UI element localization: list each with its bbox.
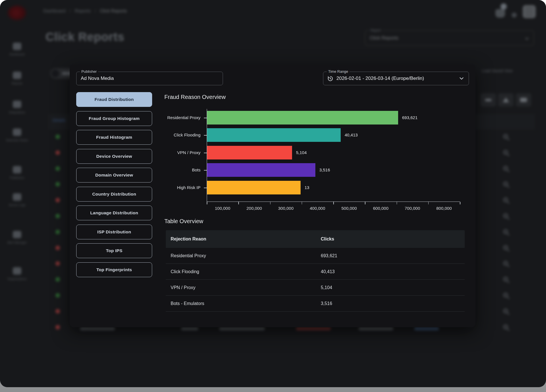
category-label-bots: Bots — [164, 167, 204, 173]
table-cell-clicks: 693,621 — [321, 253, 465, 258]
table-row: Residential Proxy693,621 — [166, 248, 465, 264]
table-cell-reason: Click Flooding — [166, 269, 321, 274]
fraud-reason-bar-chart: 693,62140,4135,1043,51613 — [207, 109, 460, 202]
bar-value-label: 3,516 — [319, 167, 330, 173]
time-range-field-label: Time Range — [327, 69, 349, 74]
category-label-vpn-proxy: VPN / Proxy — [164, 150, 204, 155]
category-label-high-risk-ip: High Risk IP — [164, 185, 204, 190]
modal-nav-language-distribution[interactable]: Language Distribution — [76, 206, 152, 220]
table-title: Table Overview — [164, 218, 203, 225]
modal-nav-top-ips[interactable]: Top IPS — [76, 243, 152, 258]
history-clock-icon — [327, 75, 334, 82]
chart-title: Fraud Reason Overview — [164, 94, 226, 100]
publisher-field-value: Ad Nova Media — [76, 72, 223, 85]
x-axis-tick — [460, 202, 460, 204]
category-tick — [204, 188, 207, 188]
bar-value-label: 13 — [305, 185, 309, 190]
x-tick-label: 600,000 — [365, 206, 396, 211]
x-axis-tick — [302, 202, 302, 204]
modal-nav-isp-distribution[interactable]: ISP Distribution — [76, 225, 152, 239]
chart-bar-high-risk-ip — [207, 181, 301, 194]
table-cell-reason: Bots - Emulators — [166, 301, 321, 306]
x-axis-tick — [397, 202, 397, 204]
chart-bar-bots — [207, 163, 315, 177]
time-range-field[interactable]: Time Range 2026-02-01 - 2026-03-14 (Euro… — [323, 72, 469, 85]
x-tick-label: 200,000 — [238, 206, 270, 211]
chart-bar-vpn-proxy — [207, 146, 292, 159]
modal-nav-fraud-group-histogram[interactable]: Fraud Group Histogram — [76, 111, 152, 126]
time-range-field-value: 2026-02-01 - 2026-03-14 (Europe/Berlin) — [336, 72, 424, 85]
table-cell-clicks: 40,413 — [321, 269, 465, 274]
category-label-click-flooding: Click Flooding — [164, 132, 204, 138]
x-axis-tick — [270, 202, 271, 204]
x-axis-tick — [365, 202, 365, 204]
bar-value-label: 693,621 — [402, 115, 417, 120]
x-axis-tick — [333, 202, 334, 204]
table-row: VPN / Proxy5,104 — [166, 280, 465, 296]
category-tick — [204, 118, 207, 118]
publisher-field[interactable]: Publisher Ad Nova Media — [76, 72, 223, 85]
x-tick-label: 500,000 — [333, 206, 365, 211]
x-tick-label: 100,000 — [207, 206, 238, 211]
chart-x-axis: 100,000200,000300,000400,000500,000600,0… — [207, 202, 460, 214]
table-row: Bots - Emulators3,516 — [166, 296, 465, 312]
x-tick-label: 800,000 — [428, 206, 460, 211]
table-row: Click Flooding40,413 — [166, 264, 465, 280]
x-axis-tick — [428, 202, 429, 204]
table-cell-clicks: 3,516 — [321, 301, 465, 306]
overview-table: Rejection ReaonClicksResidential Proxy69… — [166, 230, 465, 312]
modal-nav-country-distribution[interactable]: Country Distribution — [76, 187, 152, 202]
category-label-residential-proxy: Residential Proxy — [164, 115, 204, 121]
x-tick-label: 700,000 — [397, 206, 428, 211]
modal-nav-domain-overview[interactable]: Domain Overview — [76, 168, 152, 182]
table-cell-reason: Residential Proxy — [166, 253, 321, 258]
chart-category-axis: Residential ProxyClick FloodingVPN / Pro… — [164, 109, 204, 202]
category-tick — [204, 170, 207, 171]
report-dialog: Publisher Ad Nova Media Time Range 2026-… — [70, 65, 475, 327]
table-cell-reason: VPN / Proxy — [166, 285, 321, 290]
app-window: Dashboard/Reports/Click Reports Click Re… — [0, 0, 546, 387]
category-tick — [204, 153, 207, 153]
modal-nav-fraud-histogram[interactable]: Fraud Histogram — [76, 130, 152, 145]
bar-value-label: 40,413 — [345, 132, 358, 138]
publisher-field-label: Publisher — [80, 69, 98, 74]
modal-nav-top-fingerprints[interactable]: Top Fingerprints — [76, 262, 152, 277]
x-tick-label: 400,000 — [302, 206, 333, 211]
report-type-nav: Fraud DistributionFraud Group HistogramF… — [76, 92, 152, 277]
x-axis-tick — [207, 202, 207, 204]
chart-bar-click-flooding — [207, 128, 341, 142]
chevron-down-icon[interactable] — [458, 75, 465, 82]
modal-nav-device-overview[interactable]: Device Overview — [76, 149, 152, 164]
table-header-row: Rejection ReaonClicks — [166, 230, 465, 248]
chart-bar-residential-proxy — [207, 111, 398, 125]
table-header-rejection-reason: Rejection Reaon — [166, 237, 321, 242]
modal-nav-fraud-distribution[interactable]: Fraud Distribution — [76, 92, 152, 107]
x-axis-tick — [238, 202, 239, 204]
table-cell-clicks: 5,104 — [321, 285, 465, 290]
table-header-clicks: Clicks — [321, 237, 465, 242]
x-tick-label: 300,000 — [270, 206, 302, 211]
category-tick — [204, 135, 207, 136]
bar-value-label: 5,104 — [296, 150, 307, 155]
